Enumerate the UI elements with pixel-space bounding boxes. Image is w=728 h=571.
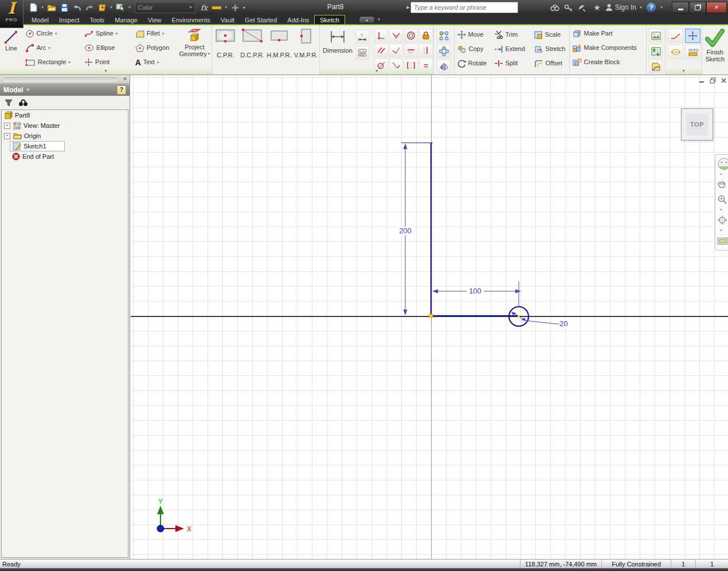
dimension-value-horizontal[interactable]: 100 bbox=[469, 287, 482, 295]
copy-button[interactable]: Copy bbox=[455, 42, 491, 56]
orbit-button[interactable] bbox=[715, 213, 728, 227]
redo-button[interactable] bbox=[84, 2, 95, 13]
circle-button[interactable]: Circle▾ bbox=[22, 26, 81, 41]
look-at-button[interactable] bbox=[715, 234, 728, 248]
vmpr-button[interactable]: V.M.P.R. bbox=[292, 29, 319, 75]
concentric-constraint-button[interactable] bbox=[404, 29, 418, 42]
doc-restore-icon[interactable] bbox=[710, 77, 716, 84]
ribbon-collapse-caret-icon[interactable]: ▾ bbox=[377, 17, 381, 22]
open-button[interactable] bbox=[46, 2, 57, 13]
circular-pattern-button[interactable] bbox=[437, 44, 451, 58]
tab-manage[interactable]: Manage bbox=[109, 15, 143, 24]
help-button[interactable]: ? bbox=[645, 3, 657, 12]
key-icon[interactable] bbox=[564, 4, 576, 11]
qat-overflow-caret-icon[interactable]: ▼ bbox=[242, 6, 246, 10]
construction-toggle-button[interactable] bbox=[668, 29, 683, 43]
point-button[interactable]: Point bbox=[81, 55, 132, 69]
tab-add-ins[interactable]: Add-Ins bbox=[282, 15, 314, 24]
browser-close-icon[interactable]: × bbox=[120, 76, 130, 82]
favorites-star-icon[interactable]: ★ bbox=[592, 3, 603, 12]
dimension-100[interactable] bbox=[432, 281, 521, 306]
dimension-button[interactable]: Dimension bbox=[320, 25, 355, 75]
tab-view[interactable]: View bbox=[143, 15, 167, 24]
new-caret-icon[interactable]: ▾ bbox=[40, 5, 45, 10]
rectangle-button[interactable]: Rectangle▾ bbox=[22, 55, 81, 69]
split-button[interactable]: Split bbox=[491, 56, 531, 71]
measure-button[interactable] bbox=[211, 2, 222, 13]
move-button[interactable]: Move bbox=[455, 28, 491, 42]
color-combobox[interactable]: Color ▾ bbox=[135, 2, 195, 13]
sign-in-control[interactable]: Sign In ▾ bbox=[605, 3, 643, 11]
vertical-constraint-button[interactable] bbox=[419, 44, 433, 57]
parameters-button[interactable]: fx bbox=[198, 2, 210, 13]
parallel-constraint-button[interactable] bbox=[374, 44, 388, 57]
tab-model[interactable]: Model bbox=[26, 15, 54, 24]
navigation-wheel-button[interactable] bbox=[715, 157, 728, 171]
local-update-button[interactable] bbox=[96, 2, 108, 13]
search-binoculars-icon[interactable] bbox=[550, 4, 562, 11]
tab-get-started[interactable]: Get Started bbox=[240, 15, 282, 24]
tree-item-origin[interactable]: + Origin bbox=[2, 131, 128, 141]
doc-minimize-icon[interactable] bbox=[699, 77, 705, 84]
filter-icon[interactable] bbox=[5, 99, 13, 107]
extend-button[interactable]: Extend bbox=[491, 42, 531, 56]
finish-sketch-button[interactable]: Finish Sketch bbox=[702, 25, 728, 62]
material-button[interactable] bbox=[229, 2, 241, 13]
constraint-settings-button[interactable] bbox=[355, 46, 369, 60]
tab-tools[interactable]: Tools bbox=[84, 15, 109, 24]
project-geometry-button[interactable]: Project Geometry▾ bbox=[178, 25, 212, 75]
new-document-button[interactable] bbox=[28, 2, 39, 13]
rectangular-pattern-button[interactable] bbox=[437, 29, 451, 42]
make-components-button[interactable]: Make Components bbox=[570, 41, 646, 55]
browser-header[interactable]: Model ▾ ? bbox=[0, 84, 130, 96]
update-caret-icon[interactable]: ▾ bbox=[109, 5, 113, 10]
tab-inspect[interactable]: Inspect bbox=[54, 15, 84, 24]
doc-close-icon[interactable] bbox=[721, 77, 727, 84]
trim-button[interactable]: Trim bbox=[491, 28, 531, 42]
centerline-toggle-button[interactable] bbox=[668, 45, 683, 59]
wheel-caret-icon[interactable]: ▾ bbox=[715, 172, 722, 177]
dimension-200[interactable] bbox=[404, 143, 408, 315]
import-points-button[interactable] bbox=[649, 44, 663, 58]
format-panel-footer[interactable]: ▼ bbox=[666, 69, 701, 75]
view-cube[interactable]: TOP bbox=[681, 108, 713, 140]
restore-button[interactable] bbox=[689, 2, 706, 13]
search-input[interactable] bbox=[410, 2, 518, 13]
mirror-button[interactable] bbox=[437, 60, 451, 73]
create-block-button[interactable]: Create Block bbox=[570, 55, 646, 69]
tab-environments[interactable]: Environments bbox=[167, 15, 216, 24]
dcpr-button[interactable]: D.C.P.R. bbox=[239, 29, 266, 75]
insert-image-button[interactable] bbox=[649, 29, 663, 42]
scale-button[interactable]: Scale bbox=[531, 28, 569, 42]
browser-grip[interactable]: × bbox=[0, 75, 130, 84]
save-button[interactable] bbox=[58, 2, 70, 13]
make-part-button[interactable]: Make Part bbox=[570, 26, 646, 41]
tab-sketch[interactable]: Sketch bbox=[314, 15, 345, 24]
draw-panel-footer[interactable]: ▼ bbox=[0, 69, 212, 75]
tree-item-end-of-part[interactable]: End of Part bbox=[2, 151, 128, 162]
ribbon-collapse-button[interactable]: ▴ bbox=[359, 16, 375, 24]
driven-dimension-toggle-button[interactable]: H(X)H bbox=[685, 45, 700, 59]
sketch-canvas[interactable]: TOP ▾ ▾ ▾ bbox=[131, 75, 728, 559]
tree-item-sketch1[interactable]: Sketch1 bbox=[10, 141, 65, 151]
rotate-button[interactable]: Rotate bbox=[455, 56, 491, 71]
collinear-constraint-button[interactable] bbox=[389, 44, 403, 57]
undo-button[interactable] bbox=[71, 2, 83, 13]
measure-caret-icon[interactable]: ▾ bbox=[224, 5, 228, 10]
zoom-button[interactable] bbox=[715, 193, 728, 206]
minimize-button[interactable] bbox=[672, 2, 689, 13]
coincident-constraint-button[interactable] bbox=[389, 29, 403, 42]
search-expand-icon[interactable]: ▶ bbox=[406, 5, 410, 10]
dimension-value-vertical[interactable]: 200 bbox=[399, 226, 412, 235]
close-button[interactable]: × bbox=[706, 2, 727, 13]
browser-help-icon[interactable]: ? bbox=[117, 85, 126, 95]
communication-center-icon[interactable] bbox=[578, 4, 589, 11]
orbit-caret-icon[interactable]: ▾ bbox=[715, 228, 722, 233]
dimension-20[interactable] bbox=[511, 312, 559, 324]
select-caret-icon[interactable]: ▾ bbox=[127, 5, 132, 10]
auto-dimension-button[interactable] bbox=[355, 30, 369, 44]
text-button[interactable]: A Text▾ bbox=[132, 55, 178, 69]
insert-acad-button[interactable] bbox=[649, 60, 663, 73]
fillet-button[interactable]: Fillet▾ bbox=[132, 26, 178, 41]
ellipse-button[interactable]: Ellipse bbox=[81, 41, 132, 55]
